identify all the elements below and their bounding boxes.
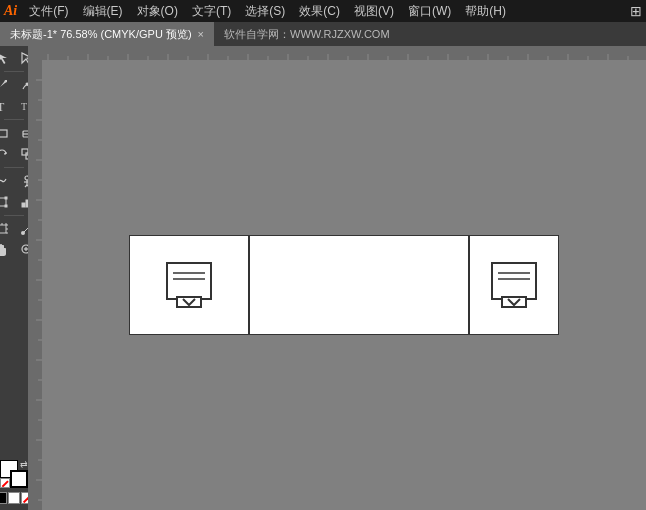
svg-rect-94 bbox=[167, 263, 211, 299]
svg-rect-19 bbox=[5, 205, 7, 207]
tab-title: 未标题-1* 76.58% (CMYK/GPU 预览) bbox=[10, 27, 192, 42]
menu-file[interactable]: 文件(F) bbox=[23, 1, 74, 22]
rotate-tool[interactable] bbox=[0, 144, 14, 164]
svg-rect-23 bbox=[0, 225, 6, 233]
canvas-area[interactable] bbox=[28, 46, 646, 510]
menu-help[interactable]: 帮助(H) bbox=[459, 1, 512, 22]
menu-window[interactable]: 窗口(W) bbox=[402, 1, 457, 22]
linked-frames-container bbox=[129, 235, 559, 335]
black-swatch[interactable] bbox=[0, 492, 7, 504]
none-swatch[interactable] bbox=[21, 492, 28, 504]
overflow-icon-right bbox=[488, 259, 540, 311]
measure-tool[interactable] bbox=[15, 219, 29, 239]
mini-swatches bbox=[0, 492, 28, 504]
menu-view[interactable]: 视图(V) bbox=[348, 1, 400, 22]
scale-tool[interactable] bbox=[15, 144, 29, 164]
type-tool-row: T T bbox=[0, 96, 28, 116]
tab-secondary-info: 软件自学网：WWW.RJZXW.COM bbox=[214, 23, 400, 46]
grid-icon[interactable]: ⊞ bbox=[630, 3, 642, 19]
selection-tool[interactable] bbox=[0, 48, 14, 68]
text-frame-center[interactable] bbox=[249, 235, 469, 335]
svg-rect-70 bbox=[28, 60, 42, 510]
bar-graph-tool[interactable] bbox=[15, 192, 29, 212]
menu-text[interactable]: 文字(T) bbox=[186, 1, 237, 22]
menu-edit[interactable]: 编辑(E) bbox=[77, 1, 129, 22]
rotate-tool-row bbox=[0, 144, 28, 164]
hand-zoom-row bbox=[0, 240, 28, 260]
svg-point-34 bbox=[21, 231, 25, 235]
menu-select[interactable]: 选择(S) bbox=[239, 1, 291, 22]
free-transform-tool[interactable] bbox=[0, 192, 14, 212]
none-icon[interactable] bbox=[0, 478, 10, 488]
puppet-warp-tool[interactable] bbox=[15, 171, 29, 191]
title-bar: Ai 文件(F) 编辑(E) 对象(O) 文字(T) 选择(S) 效果(C) 视… bbox=[0, 0, 646, 22]
svg-rect-4 bbox=[0, 130, 7, 137]
active-tab[interactable]: 未标题-1* 76.58% (CMYK/GPU 预览) × bbox=[0, 22, 214, 46]
svg-text:T: T bbox=[21, 101, 27, 112]
svg-text:T: T bbox=[0, 100, 5, 113]
tab-bar: 未标题-1* 76.58% (CMYK/GPU 预览) × 软件自学网：WWW.… bbox=[0, 22, 646, 46]
pen-tool[interactable] bbox=[0, 75, 14, 95]
overflow-icon-left bbox=[163, 259, 215, 311]
artboard-tool[interactable] bbox=[0, 219, 14, 239]
shape-tool-row bbox=[0, 123, 28, 143]
svg-rect-39 bbox=[28, 46, 646, 60]
warp-tool[interactable] bbox=[0, 171, 14, 191]
selection-tool-row bbox=[0, 48, 28, 68]
stroke-swatch[interactable] bbox=[10, 470, 28, 488]
type-tool[interactable]: T bbox=[0, 96, 14, 116]
menu-effect[interactable]: 效果(C) bbox=[293, 1, 346, 22]
separator-2 bbox=[4, 119, 24, 120]
menu-object[interactable]: 对象(O) bbox=[131, 1, 184, 22]
eraser-tool[interactable] bbox=[15, 123, 29, 143]
text-frame-left[interactable] bbox=[129, 235, 249, 335]
horizontal-ruler bbox=[28, 46, 646, 60]
direct-selection-tool[interactable] bbox=[15, 48, 29, 68]
app-logo: Ai bbox=[4, 3, 17, 19]
graph-tool-row bbox=[0, 192, 28, 212]
toolbar: T T bbox=[0, 46, 28, 510]
separator-1 bbox=[4, 71, 24, 72]
close-tab-button[interactable]: × bbox=[198, 28, 204, 40]
white-swatch[interactable] bbox=[8, 492, 20, 504]
color-section: ⇄ bbox=[0, 456, 28, 508]
warp-tool-row bbox=[0, 171, 28, 191]
separator-4 bbox=[4, 215, 24, 216]
main-area: T T bbox=[0, 46, 646, 510]
curvature-tool[interactable] bbox=[15, 75, 29, 95]
svg-rect-7 bbox=[22, 149, 28, 155]
vertical-ruler bbox=[28, 60, 42, 510]
touch-type-tool[interactable]: T bbox=[15, 96, 29, 116]
svg-rect-17 bbox=[5, 197, 7, 199]
rectangle-tool[interactable] bbox=[0, 123, 14, 143]
hand-tool[interactable] bbox=[0, 240, 14, 260]
svg-rect-99 bbox=[492, 263, 536, 299]
svg-rect-20 bbox=[22, 203, 25, 207]
text-frame-right[interactable] bbox=[469, 235, 559, 335]
separator-3 bbox=[4, 167, 24, 168]
svg-rect-95 bbox=[167, 263, 211, 299]
pen-tool-row bbox=[0, 75, 28, 95]
zoom-tool[interactable] bbox=[15, 240, 29, 260]
slice-tool-row bbox=[0, 219, 28, 239]
menu-bar: 文件(F) 编辑(E) 对象(O) 文字(T) 选择(S) 效果(C) 视图(V… bbox=[23, 1, 630, 22]
swap-icon[interactable]: ⇄ bbox=[20, 460, 28, 469]
canvas-content[interactable] bbox=[42, 60, 646, 510]
